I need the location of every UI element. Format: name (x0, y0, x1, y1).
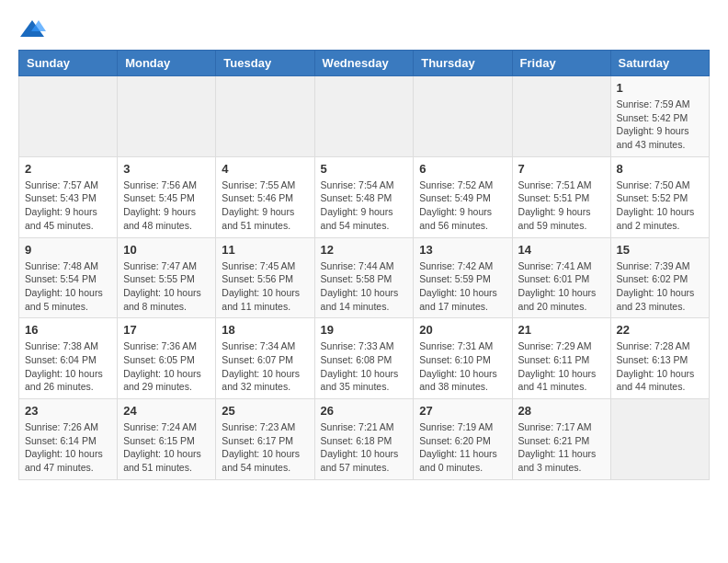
calendar-week-row: 16Sunrise: 7:38 AM Sunset: 6:04 PM Dayli… (19, 318, 710, 399)
day-info: Sunrise: 7:41 AM Sunset: 6:01 PM Dayligh… (518, 259, 605, 314)
day-info: Sunrise: 7:38 AM Sunset: 6:04 PM Dayligh… (25, 339, 111, 394)
calendar-cell: 9Sunrise: 7:48 AM Sunset: 5:54 PM Daylig… (19, 237, 118, 318)
day-number: 24 (123, 404, 210, 418)
day-number: 8 (617, 162, 703, 176)
calendar-cell: 5Sunrise: 7:54 AM Sunset: 5:48 PM Daylig… (314, 156, 414, 237)
day-number: 22 (617, 323, 703, 337)
weekday-header: Monday (118, 51, 216, 76)
calendar-cell (414, 76, 512, 157)
day-number: 12 (321, 243, 408, 257)
calendar-cell (118, 76, 216, 157)
calendar-cell: 1Sunrise: 7:59 AM Sunset: 5:42 PM Daylig… (610, 76, 709, 157)
day-info: Sunrise: 7:45 AM Sunset: 5:56 PM Dayligh… (222, 259, 308, 314)
weekday-header: Wednesday (314, 51, 414, 76)
calendar-cell: 7Sunrise: 7:51 AM Sunset: 5:51 PM Daylig… (512, 156, 610, 237)
day-number: 11 (222, 243, 308, 257)
day-number: 7 (518, 162, 605, 176)
day-info: Sunrise: 7:39 AM Sunset: 6:02 PM Dayligh… (617, 259, 703, 314)
day-number: 9 (25, 243, 111, 257)
day-number: 4 (222, 162, 308, 176)
day-info: Sunrise: 7:54 AM Sunset: 5:48 PM Dayligh… (321, 178, 408, 233)
calendar-header-row: SundayMondayTuesdayWednesdayThursdayFrid… (19, 51, 710, 76)
weekday-header: Tuesday (216, 51, 314, 76)
day-number: 10 (123, 243, 210, 257)
calendar-cell: 15Sunrise: 7:39 AM Sunset: 6:02 PM Dayli… (610, 237, 709, 318)
day-info: Sunrise: 7:23 AM Sunset: 6:17 PM Dayligh… (222, 420, 308, 475)
calendar-cell: 20Sunrise: 7:31 AM Sunset: 6:10 PM Dayli… (414, 318, 512, 399)
calendar-cell: 10Sunrise: 7:47 AM Sunset: 5:55 PM Dayli… (118, 237, 216, 318)
day-info: Sunrise: 7:57 AM Sunset: 5:43 PM Dayligh… (25, 178, 111, 233)
day-number: 28 (518, 404, 605, 418)
calendar-cell: 21Sunrise: 7:29 AM Sunset: 6:11 PM Dayli… (512, 318, 610, 399)
day-info: Sunrise: 7:52 AM Sunset: 5:49 PM Dayligh… (419, 178, 506, 233)
logo (18, 18, 50, 40)
calendar-cell: 19Sunrise: 7:33 AM Sunset: 6:08 PM Dayli… (314, 318, 414, 399)
day-info: Sunrise: 7:24 AM Sunset: 6:15 PM Dayligh… (123, 420, 210, 475)
day-info: Sunrise: 7:29 AM Sunset: 6:11 PM Dayligh… (518, 339, 605, 394)
weekday-header: Saturday (610, 51, 709, 76)
calendar-cell: 25Sunrise: 7:23 AM Sunset: 6:17 PM Dayli… (216, 399, 314, 480)
calendar-cell: 23Sunrise: 7:26 AM Sunset: 6:14 PM Dayli… (19, 399, 118, 480)
day-info: Sunrise: 7:26 AM Sunset: 6:14 PM Dayligh… (25, 420, 111, 475)
calendar-cell: 14Sunrise: 7:41 AM Sunset: 6:01 PM Dayli… (512, 237, 610, 318)
calendar-cell: 17Sunrise: 7:36 AM Sunset: 6:05 PM Dayli… (118, 318, 216, 399)
day-info: Sunrise: 7:50 AM Sunset: 5:52 PM Dayligh… (617, 178, 703, 233)
day-info: Sunrise: 7:55 AM Sunset: 5:46 PM Dayligh… (222, 178, 308, 233)
calendar-cell (19, 76, 118, 157)
calendar-cell: 3Sunrise: 7:56 AM Sunset: 5:45 PM Daylig… (118, 156, 216, 237)
day-number: 18 (222, 323, 308, 337)
weekday-header: Thursday (414, 51, 512, 76)
calendar-cell (512, 76, 610, 157)
day-number: 6 (419, 162, 506, 176)
day-number: 1 (617, 81, 703, 95)
calendar-cell: 24Sunrise: 7:24 AM Sunset: 6:15 PM Dayli… (118, 399, 216, 480)
day-info: Sunrise: 7:56 AM Sunset: 5:45 PM Dayligh… (123, 178, 210, 233)
calendar-week-row: 2Sunrise: 7:57 AM Sunset: 5:43 PM Daylig… (19, 156, 710, 237)
calendar-week-row: 23Sunrise: 7:26 AM Sunset: 6:14 PM Dayli… (19, 399, 710, 480)
day-number: 13 (419, 243, 506, 257)
day-number: 26 (321, 404, 408, 418)
day-number: 25 (222, 404, 308, 418)
calendar-cell: 8Sunrise: 7:50 AM Sunset: 5:52 PM Daylig… (610, 156, 709, 237)
day-number: 16 (25, 323, 111, 337)
day-info: Sunrise: 7:34 AM Sunset: 6:07 PM Dayligh… (222, 339, 308, 394)
day-info: Sunrise: 7:21 AM Sunset: 6:18 PM Dayligh… (321, 420, 408, 475)
day-number: 14 (518, 243, 605, 257)
calendar-cell: 13Sunrise: 7:42 AM Sunset: 5:59 PM Dayli… (414, 237, 512, 318)
day-number: 19 (321, 323, 408, 337)
logo-icon (18, 18, 46, 40)
day-info: Sunrise: 7:59 AM Sunset: 5:42 PM Dayligh… (617, 98, 703, 152)
day-info: Sunrise: 7:17 AM Sunset: 6:21 PM Dayligh… (518, 420, 605, 475)
weekday-header: Friday (512, 51, 610, 76)
calendar-cell: 2Sunrise: 7:57 AM Sunset: 5:43 PM Daylig… (19, 156, 118, 237)
calendar-cell: 11Sunrise: 7:45 AM Sunset: 5:56 PM Dayli… (216, 237, 314, 318)
day-number: 27 (419, 404, 506, 418)
calendar-cell: 4Sunrise: 7:55 AM Sunset: 5:46 PM Daylig… (216, 156, 314, 237)
day-info: Sunrise: 7:33 AM Sunset: 6:08 PM Dayligh… (321, 339, 408, 394)
day-number: 17 (123, 323, 210, 337)
day-info: Sunrise: 7:48 AM Sunset: 5:54 PM Dayligh… (25, 259, 111, 314)
day-info: Sunrise: 7:31 AM Sunset: 6:10 PM Dayligh… (419, 339, 506, 394)
day-number: 5 (321, 162, 408, 176)
calendar-cell: 18Sunrise: 7:34 AM Sunset: 6:07 PM Dayli… (216, 318, 314, 399)
calendar-cell: 12Sunrise: 7:44 AM Sunset: 5:58 PM Dayli… (314, 237, 414, 318)
weekday-header: Sunday (19, 51, 118, 76)
day-info: Sunrise: 7:19 AM Sunset: 6:20 PM Dayligh… (419, 420, 506, 475)
calendar-cell (216, 76, 314, 157)
calendar-cell: 16Sunrise: 7:38 AM Sunset: 6:04 PM Dayli… (19, 318, 118, 399)
calendar-week-row: 1Sunrise: 7:59 AM Sunset: 5:42 PM Daylig… (19, 76, 710, 157)
day-info: Sunrise: 7:51 AM Sunset: 5:51 PM Dayligh… (518, 178, 605, 233)
day-number: 3 (123, 162, 210, 176)
day-number: 21 (518, 323, 605, 337)
header (18, 18, 710, 40)
calendar-cell: 26Sunrise: 7:21 AM Sunset: 6:18 PM Dayli… (314, 399, 414, 480)
calendar-week-row: 9Sunrise: 7:48 AM Sunset: 5:54 PM Daylig… (19, 237, 710, 318)
calendar-cell: 6Sunrise: 7:52 AM Sunset: 5:49 PM Daylig… (414, 156, 512, 237)
calendar-cell: 27Sunrise: 7:19 AM Sunset: 6:20 PM Dayli… (414, 399, 512, 480)
day-info: Sunrise: 7:28 AM Sunset: 6:13 PM Dayligh… (617, 339, 703, 394)
day-info: Sunrise: 7:36 AM Sunset: 6:05 PM Dayligh… (123, 339, 210, 394)
calendar-cell (610, 399, 709, 480)
calendar-cell: 28Sunrise: 7:17 AM Sunset: 6:21 PM Dayli… (512, 399, 610, 480)
day-number: 23 (25, 404, 111, 418)
day-info: Sunrise: 7:42 AM Sunset: 5:59 PM Dayligh… (419, 259, 506, 314)
